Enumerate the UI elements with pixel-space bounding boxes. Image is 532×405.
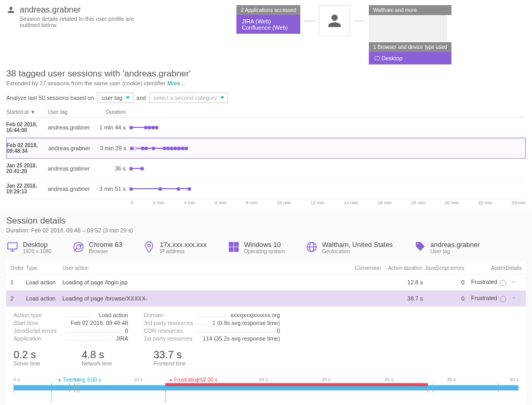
- col-js: JavaScript errors: [422, 265, 464, 271]
- apps-header: 2 Applications accessed: [236, 5, 300, 15]
- col-usertag[interactable]: User tag: [48, 109, 95, 115]
- connector: [304, 21, 315, 21]
- session-mini-chart: [131, 123, 526, 132]
- info-chrome: Chrome 63Browser: [72, 241, 122, 255]
- svg-point-16: [417, 243, 419, 245]
- actions-table: Order Type User action Conversion Action…: [6, 262, 526, 405]
- svg-rect-11: [229, 247, 233, 252]
- face-icon: [500, 296, 506, 302]
- user-node[interactable]: [319, 5, 350, 36]
- details-title: Session details: [6, 216, 526, 226]
- col-started[interactable]: Started at ▼: [6, 109, 48, 115]
- info-globe: Waltham, United StatesGeolocation: [305, 241, 393, 255]
- info-pin: 17x.xxx.xxx.xxxIP address: [143, 241, 206, 255]
- svg-rect-9: [229, 242, 233, 246]
- time-axis: 02 min4 min6 min8 min10 min12 min14 min1…: [126, 200, 526, 205]
- browser-box[interactable]: 🖵 Desktop: [369, 52, 451, 64]
- page-subtitle: Session details related to this user pro…: [20, 16, 152, 28]
- svg-rect-0: [8, 243, 17, 249]
- info-tag: andreas.grabnerUser tag: [414, 241, 480, 255]
- info-windows: Windows 10Operating system: [228, 241, 285, 255]
- details-duration: Duration: Feb 02 2018, 09:48 – 09:52 (3 …: [6, 227, 526, 233]
- user-icon: [6, 5, 16, 15]
- more-link[interactable]: More...: [167, 80, 185, 86]
- chevron-up-icon[interactable]: [511, 295, 517, 301]
- apps-box[interactable]: JIRA (Web) Confluence (Web): [236, 15, 300, 34]
- svg-rect-10: [234, 242, 238, 246]
- col-type: Type: [26, 265, 62, 271]
- col-dur: Action duration: [381, 265, 422, 271]
- monitor-icon: [6, 241, 19, 255]
- session-mini-chart: [131, 144, 525, 152]
- svg-point-8: [148, 244, 151, 247]
- page-title: andreas.grabner: [6, 5, 152, 15]
- windows-icon: [228, 241, 240, 255]
- session-mini-chart: [131, 164, 526, 173]
- svg-rect-12: [234, 247, 238, 252]
- sessions-subtitle: Extended by 27 sessions from the same us…: [0, 80, 532, 90]
- tag-icon: [414, 241, 426, 255]
- face-icon: [500, 280, 506, 286]
- session-row[interactable]: Feb 02 2018, 16:44:00 andreas.grabner 1 …: [6, 117, 526, 138]
- session-mini-chart: [131, 185, 526, 193]
- col-conv: Conversion: [350, 265, 381, 271]
- monitor-icon: 🖵: [374, 55, 381, 61]
- category-1-dropdown[interactable]: user tag: [97, 93, 134, 103]
- world-map[interactable]: [369, 15, 447, 41]
- session-row[interactable]: Jan 22 2018, 19:29:13 andreas.grabner 3 …: [6, 179, 526, 199]
- sessions-title: 38 tagged user sessions with 'andreas.gr…: [0, 64, 532, 80]
- action-expanded-panel: Action typeLoad actionStart timeFeb 02 2…: [6, 307, 526, 405]
- chrome-icon: [72, 241, 85, 255]
- session-row[interactable]: Feb 02 2018, 09:48:34 andreas.grabner 3 …: [6, 138, 526, 159]
- col-apdex: Apdex: [464, 265, 506, 271]
- svg-point-4: [76, 245, 81, 249]
- chevron-down-icon[interactable]: [511, 279, 517, 285]
- user-name: andreas.grabner: [20, 5, 81, 15]
- col-order: Order: [10, 265, 26, 271]
- col-duration[interactable]: Duration: [95, 109, 126, 115]
- session-details-panel: Session details Duration: Feb 02 2018, 0…: [0, 211, 532, 405]
- globe-icon: [305, 241, 318, 255]
- col-action: User action: [62, 265, 350, 271]
- sessions-table: Started at ▼ User tag Duration Feb 02 20…: [0, 107, 532, 208]
- browser-header: 1 Browser and device type used: [369, 42, 451, 52]
- connector: [354, 21, 365, 21]
- col-details: Details: [506, 265, 522, 271]
- action-timeline: 0 s5 s10 s15 s20 s25 s30 s35 s40 s: [14, 377, 518, 397]
- pin-icon: [143, 241, 155, 255]
- user-avatar-icon: [325, 11, 344, 30]
- analyze-bar: Analyze last 50 sessions based on user t…: [0, 90, 532, 107]
- topology-diagram: 2 Applications accessed JIRA (Web) Confl…: [162, 5, 526, 64]
- category-2-dropdown[interactable]: select a second category: [149, 93, 228, 103]
- action-row[interactable]: 1 Load action Loading of page /login.jsp…: [6, 275, 526, 291]
- session-row[interactable]: Jan 25 2018, 20:41:20 andreas.grabner 36…: [6, 159, 526, 179]
- action-row[interactable]: 2 Load action Loading of page /browse/XX…: [6, 291, 526, 307]
- info-monitor: Desktop1920 x 1080: [6, 241, 51, 255]
- region-header: Waltham and more: [369, 5, 451, 15]
